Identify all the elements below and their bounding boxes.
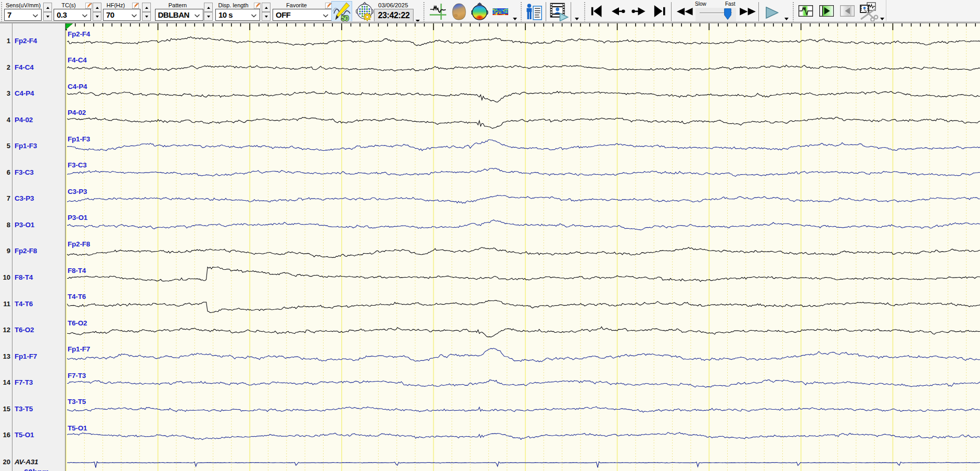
svg-text:T5-O1: T5-O1 <box>68 424 87 432</box>
svg-text:F7-T3: F7-T3 <box>68 372 86 380</box>
svg-text:50: 50 <box>341 14 349 22</box>
svg-text:Fp2-F8: Fp2-F8 <box>68 240 91 248</box>
svg-text:F3-C3: F3-C3 <box>68 161 87 169</box>
svg-text:Fp1-F7: Fp1-F7 <box>68 345 90 353</box>
svg-text:F8-T4: F8-T4 <box>68 267 86 274</box>
svg-text:C4-P4: C4-P4 <box>68 83 87 90</box>
svg-text:P3-O1: P3-O1 <box>68 214 88 221</box>
svg-text:T6-O2: T6-O2 <box>68 319 87 327</box>
svg-text:T3-T5: T3-T5 <box>68 398 86 405</box>
svg-text:T4-T6: T4-T6 <box>68 293 86 300</box>
svg-text:Fp1-F3: Fp1-F3 <box>68 135 91 143</box>
svg-text:Fp2-F4: Fp2-F4 <box>68 30 91 38</box>
svg-text:F4-C4: F4-C4 <box>68 56 87 64</box>
svg-text:C3-P3: C3-P3 <box>68 188 87 195</box>
svg-text:P4-02: P4-02 <box>68 109 86 116</box>
